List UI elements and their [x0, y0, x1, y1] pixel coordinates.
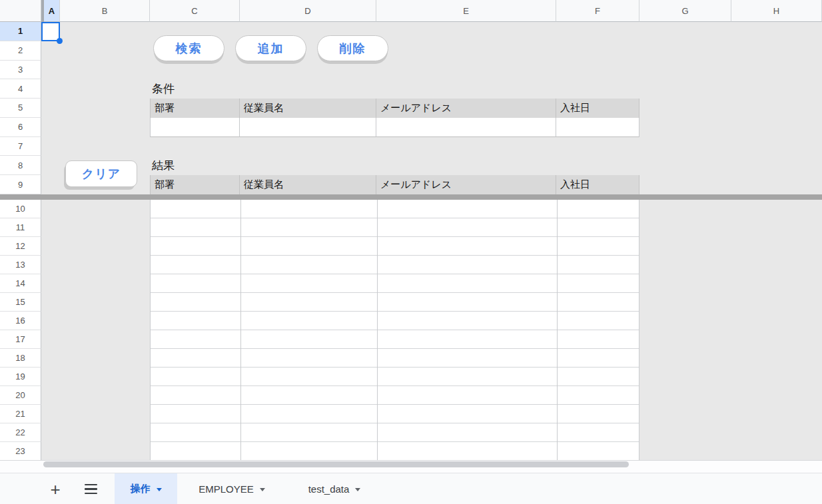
chevron-down-icon — [157, 488, 162, 491]
row-header-14[interactable]: 14 — [0, 274, 41, 293]
result-grid-row[interactable] — [151, 237, 639, 256]
sheet-tab-label: EMPLOYEE — [199, 483, 254, 495]
row-header-23[interactable]: 23 — [0, 442, 41, 461]
condition-header-hire-date[interactable]: 入社日 — [556, 99, 639, 118]
result-grid-row[interactable] — [151, 349, 639, 368]
result-table-body[interactable] — [150, 200, 639, 461]
column-header-h[interactable]: H — [731, 0, 822, 22]
result-grid-row[interactable] — [151, 442, 639, 461]
sheet-tab-test-data[interactable]: test_data — [286, 473, 382, 504]
chevron-down-icon — [260, 488, 265, 491]
result-grid-row[interactable] — [151, 423, 639, 442]
sheet-tab-label: test_data — [308, 483, 350, 495]
condition-header-email-address[interactable]: メールアドレス — [376, 99, 556, 118]
row-header-16[interactable]: 16 — [0, 312, 41, 330]
result-grid-row[interactable] — [151, 405, 639, 423]
row-header-11[interactable]: 11 — [0, 218, 41, 237]
header-grip-divider — [41, 0, 44, 22]
row-header-4[interactable]: 4 — [0, 79, 41, 99]
column-header-g[interactable]: G — [639, 0, 731, 22]
row-header-5[interactable]: 5 — [0, 99, 41, 118]
horizontal-scrollbar-thumb[interactable] — [43, 461, 629, 467]
row-header-9[interactable]: 9 — [0, 175, 41, 194]
result-section-label: 結果 — [152, 156, 175, 175]
result-grid-row[interactable] — [151, 256, 639, 274]
condition-header-employee-name[interactable]: 従業員名 — [240, 99, 376, 118]
result-grid-row[interactable] — [151, 274, 639, 293]
row-header-10[interactable]: 10 — [0, 200, 41, 218]
sheet-tab-label: 操作 — [131, 483, 151, 495]
column-header-f[interactable]: F — [556, 0, 639, 22]
row-header-2[interactable]: 2 — [0, 41, 41, 61]
condition-header-department[interactable]: 部署 — [150, 99, 240, 118]
column-header-d[interactable]: D — [240, 0, 376, 22]
result-header-employee-name[interactable]: 従業員名 — [240, 175, 376, 194]
result-grid-row[interactable] — [151, 386, 639, 405]
result-grid-row[interactable] — [151, 200, 639, 218]
result-header-department[interactable]: 部署 — [150, 175, 240, 194]
sheet-tab-bar: + 操作EMPLOYEEtest_data — [0, 473, 822, 504]
spreadsheet-app: ABCDEFGH 1234567891011121314151617181920… — [0, 0, 822, 504]
fill-handle[interactable] — [57, 38, 63, 44]
clear-button[interactable]: クリア — [65, 160, 137, 187]
add-button[interactable]: 追加 — [235, 35, 306, 61]
row-header-20[interactable]: 20 — [0, 386, 41, 405]
result-grid-row[interactable] — [151, 312, 639, 330]
search-button[interactable]: 検索 — [153, 35, 224, 61]
row-header-21[interactable]: 21 — [0, 405, 41, 423]
result-header-email-address[interactable]: メールアドレス — [376, 175, 556, 194]
chevron-down-icon — [355, 488, 360, 491]
hamburger-icon — [85, 484, 97, 495]
condition-input-hire-date[interactable] — [556, 118, 639, 137]
condition-section-label: 条件 — [152, 79, 175, 99]
result-grid-row[interactable] — [151, 293, 639, 312]
column-header-a[interactable]: A — [44, 0, 60, 22]
row-header-17[interactable]: 17 — [0, 330, 41, 349]
all-sheets-button[interactable] — [81, 473, 100, 504]
result-header-hire-date[interactable]: 入社日 — [556, 175, 639, 194]
condition-input-department[interactable] — [150, 118, 240, 137]
row-header-6[interactable]: 6 — [0, 118, 41, 137]
row-header-1[interactable]: 1 — [0, 22, 41, 41]
sheet-tab-operation[interactable]: 操作 — [115, 473, 177, 504]
result-grid-column-line — [557, 200, 558, 461]
row-header-12[interactable]: 12 — [0, 237, 41, 256]
row-header-3[interactable]: 3 — [0, 61, 41, 80]
condition-input-employee-name[interactable] — [240, 118, 376, 137]
add-sheet-button[interactable]: + — [45, 473, 65, 504]
result-grid-row[interactable] — [151, 330, 639, 349]
select-all-corner[interactable] — [0, 0, 41, 22]
row-header-15[interactable]: 15 — [0, 293, 41, 312]
plus-icon: + — [50, 481, 60, 498]
row-header-19[interactable]: 19 — [0, 368, 41, 386]
result-grid-row[interactable] — [151, 368, 639, 386]
result-grid-column-line — [240, 200, 241, 461]
result-grid-column-line — [377, 200, 378, 461]
row-header-22[interactable]: 22 — [0, 423, 41, 442]
column-header-c[interactable]: C — [150, 0, 240, 22]
row-header-8[interactable]: 8 — [0, 156, 41, 175]
delete-button[interactable]: 削除 — [317, 35, 388, 61]
condition-input-email-address[interactable] — [376, 118, 556, 137]
result-grid-row[interactable] — [151, 218, 639, 237]
row-header-13[interactable]: 13 — [0, 256, 41, 274]
sheet-tab-employee[interactable]: EMPLOYEE — [177, 473, 286, 504]
row-header-7[interactable]: 7 — [0, 137, 41, 156]
freeze-row-divider[interactable] — [0, 194, 822, 200]
row-header-18[interactable]: 18 — [0, 349, 41, 368]
column-header-e[interactable]: E — [376, 0, 556, 22]
column-header-b[interactable]: B — [60, 0, 150, 22]
